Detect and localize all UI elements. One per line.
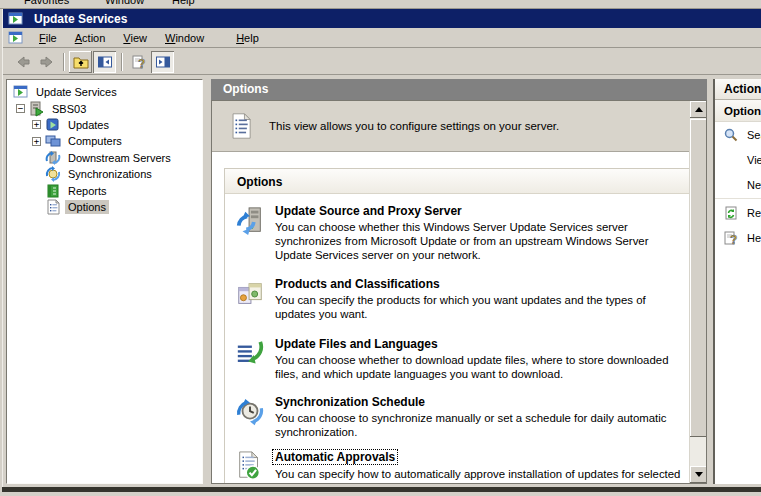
scrollbar-thumb[interactable]	[690, 119, 707, 437]
actions-group-title: Options	[715, 100, 761, 122]
option-title[interactable]: Update Source and Proxy Server	[275, 204, 681, 218]
tree-item-reports[interactable]: Reports	[7, 182, 202, 198]
toolbar: ?	[3, 49, 761, 75]
synchronizations-icon	[45, 166, 61, 182]
actions-pane-title: Actions	[715, 79, 761, 100]
back-arrow-icon	[15, 54, 31, 70]
option-title[interactable]: Update Files and Languages	[275, 337, 681, 351]
up-arrow-icon	[695, 107, 703, 112]
reports-icon	[45, 183, 61, 199]
options-icon	[45, 199, 61, 215]
option-title[interactable]: Products and Classifications	[275, 277, 681, 291]
menu-window[interactable]: Window	[156, 30, 213, 46]
forward-button[interactable]	[35, 51, 58, 73]
tree-item-label: Options	[65, 200, 109, 214]
action-label: New Window from Here	[747, 179, 761, 191]
show-hide-action-pane-button[interactable]	[151, 51, 174, 73]
options-section-title: Options	[225, 169, 689, 194]
tree-item-options[interactable]: Options	[7, 199, 202, 215]
action-view[interactable]: View	[715, 147, 761, 172]
action-search[interactable]: Search...	[715, 122, 761, 147]
option-automatic-approvals[interactable]: Automatic Approvals You can specify how …	[235, 449, 681, 484]
vertical-scrollbar[interactable]	[689, 101, 706, 483]
option-description: You can specify the products for which y…	[275, 293, 681, 321]
expand-expander[interactable]: +	[32, 120, 41, 129]
tree-item-downstream-servers[interactable]: Downstream Servers	[7, 150, 202, 166]
parent-menu-window[interactable]: Window	[105, 0, 144, 6]
tree-item-label: SBS03	[49, 102, 89, 116]
up-one-level-folder-icon	[73, 54, 89, 70]
collapse-expander[interactable]: −	[16, 104, 25, 113]
show-hide-console-tree-button[interactable]	[93, 51, 116, 73]
option-update-files-languages[interactable]: Update Files and Languages You can choos…	[235, 337, 681, 381]
main-area: Update Services − SBS03 + Updates + Comp…	[3, 76, 761, 487]
up-one-level-button[interactable]	[69, 51, 92, 73]
updates-icon	[45, 117, 61, 133]
action-refresh[interactable]: Refresh	[715, 200, 761, 225]
actions-pane: Actions Options Search... View New Windo…	[713, 79, 761, 484]
expand-expander[interactable]: +	[32, 137, 41, 146]
tree-item-label: Downstream Servers	[65, 151, 174, 165]
option-description: You can choose whether this Windows Serv…	[275, 220, 681, 262]
search-icon	[723, 127, 739, 143]
option-description: You can specify how to automatically app…	[275, 467, 681, 484]
menu-action[interactable]: Action	[66, 30, 115, 46]
scroll-up-button[interactable]	[690, 101, 707, 118]
view-description-text: This view allows you to configure settin…	[269, 120, 559, 132]
tree-item-updates[interactable]: + Updates	[7, 117, 202, 133]
option-title[interactable]: Automatic Approvals	[272, 449, 398, 465]
back-button[interactable]	[11, 51, 34, 73]
toolbar-separator	[63, 53, 65, 71]
help-icon: ?	[723, 230, 739, 246]
action-label: View	[747, 154, 761, 166]
action-pane-icon	[155, 54, 171, 70]
view-description-banner: This view allows you to configure settin…	[212, 101, 706, 152]
console-tree-pane: Update Services − SBS03 + Updates + Comp…	[6, 79, 203, 484]
options-section: Options Update Source and Proxy Server Y…	[224, 168, 690, 484]
downstream-servers-icon	[45, 150, 61, 166]
action-help[interactable]: ? Help	[715, 225, 761, 250]
console-tree-pane-icon	[97, 54, 113, 70]
automatic-approvals-icon	[235, 450, 265, 482]
actions-divider	[715, 198, 761, 199]
action-label: Help	[747, 232, 761, 244]
server-icon	[29, 101, 45, 117]
help-button[interactable]: ?	[127, 51, 150, 73]
action-label: Search...	[747, 129, 761, 141]
option-description: You can choose whether to download updat…	[275, 353, 681, 381]
tree-item-update-services[interactable]: Update Services	[7, 84, 202, 100]
tree-item-label: Updates	[65, 118, 112, 132]
svg-text:?: ?	[730, 233, 737, 246]
option-synchronization-schedule[interactable]: Synchronization Schedule You can choose …	[235, 395, 681, 439]
computers-icon	[45, 133, 61, 149]
parent-menu-favorites[interactable]: Favorites	[24, 0, 69, 6]
option-title[interactable]: Synchronization Schedule	[275, 395, 681, 409]
down-arrow-icon	[695, 472, 703, 477]
menu-help[interactable]: Help	[227, 30, 268, 46]
options-page-icon	[229, 110, 255, 142]
tree-item-computers[interactable]: + Computers	[7, 133, 202, 149]
menu-view[interactable]: View	[114, 30, 156, 46]
option-update-source[interactable]: Update Source and Proxy Server You can c…	[235, 204, 681, 262]
screen: Favorites Window Help Update Services Fi…	[0, 0, 761, 496]
svg-text:?: ?	[138, 57, 145, 70]
update-source-icon	[235, 205, 265, 237]
results-pane-header: Options	[211, 79, 707, 100]
menu-bar: File Action View Window Help	[3, 28, 761, 48]
tree-item-label: Synchronizations	[65, 167, 155, 181]
title-bar[interactable]: Update Services	[3, 9, 761, 28]
tree-item-sbs03[interactable]: − SBS03	[7, 100, 202, 116]
parent-menu-help[interactable]: Help	[172, 0, 195, 6]
action-label: Refresh	[747, 207, 761, 219]
option-products-classifications[interactable]: Products and Classifications You can spe…	[235, 277, 681, 321]
scroll-down-button[interactable]	[690, 466, 707, 483]
update-services-icon	[8, 11, 24, 27]
tree-item-label: Update Services	[33, 85, 120, 99]
tree-item-synchronizations[interactable]: Synchronizations	[7, 166, 202, 182]
toolbar-separator	[121, 53, 123, 71]
tree-item-label: Computers	[65, 134, 125, 148]
action-new-window[interactable]: New Window from Here	[715, 172, 761, 197]
menu-file[interactable]: File	[30, 30, 66, 46]
window-bottom-edge	[2, 487, 761, 492]
synchronization-schedule-icon	[235, 396, 265, 428]
